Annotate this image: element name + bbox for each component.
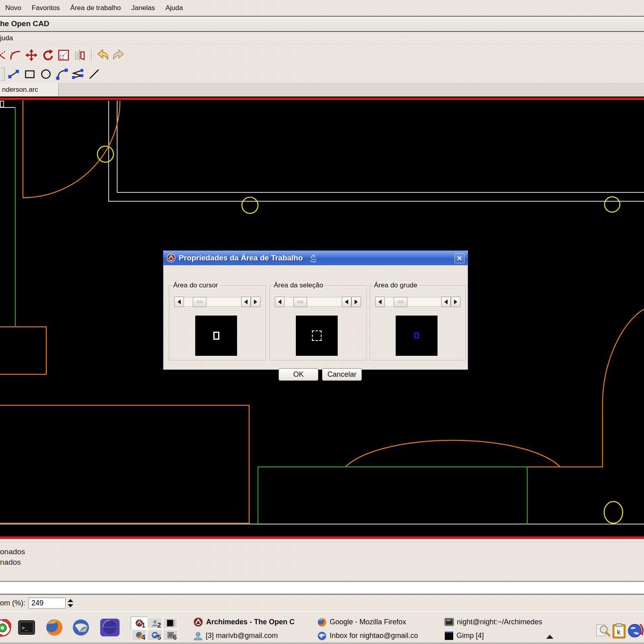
thunderbird-icon	[317, 631, 327, 641]
window-title: he Open CAD	[0, 19, 49, 28]
taskbar-button-label: Inbox for nightao@gmail.co	[330, 632, 418, 640]
sphere-launcher-icon[interactable]	[100, 618, 120, 638]
status-line-2: nados	[0, 557, 644, 568]
status-line-1: onados	[0, 547, 644, 557]
fillet-tool-icon[interactable]	[7, 47, 23, 63]
taskbar-button-firefox[interactable]: Google - Mozilla Firefox	[317, 616, 442, 628]
taskbar-button-label: Google - Mozilla Firefox	[330, 618, 406, 626]
taskbar-button-gimp[interactable]: Gimp [4]	[444, 630, 529, 642]
polyline-tool-icon[interactable]	[70, 66, 86, 82]
ok-button[interactable]: OK	[279, 368, 318, 381]
window-mini-icon	[166, 619, 175, 627]
terminal-launcher-icon[interactable]: >_	[18, 620, 35, 638]
scrollbar-track[interactable]	[285, 297, 342, 307]
taskbar-button-archimedes[interactable]: Archimedes - The Open C	[193, 616, 314, 628]
trim-tool-icon[interactable]	[0, 47, 7, 63]
scroll-left-button-2[interactable]	[441, 297, 451, 307]
dialog-title-bar[interactable]: Propriedades da Área de Trabalho	[163, 251, 468, 265]
thunderbird-launcher-icon[interactable]	[72, 618, 90, 638]
arc-tool-icon[interactable]	[54, 66, 70, 82]
window-title-bar[interactable]: he Open CAD	[0, 17, 644, 31]
tray-globe-icon[interactable]	[626, 622, 644, 641]
menu-item-janelas[interactable]: Janelas	[131, 4, 155, 12]
menu-item-ajuda-clipped[interactable]: juda	[0, 34, 13, 42]
scroll-left-button[interactable]	[174, 297, 184, 307]
undo-icon[interactable]	[95, 47, 111, 63]
rotate-tool-icon[interactable]	[39, 47, 56, 63]
zoom-percent-input[interactable]	[29, 598, 66, 609]
pager-number: 1	[142, 622, 145, 629]
scroll-right-button[interactable]	[451, 297, 460, 307]
command-line-input[interactable]	[0, 582, 644, 594]
clipped-tool-button[interactable]	[0, 66, 6, 82]
pager-number: 5	[157, 634, 161, 641]
snap-size-scrollbar[interactable]	[375, 296, 460, 307]
scroll-left-button-2[interactable]	[241, 297, 251, 307]
scale-tool-icon[interactable]	[56, 47, 72, 63]
scrollbar-track[interactable]	[385, 297, 441, 307]
left-arrow-icon	[244, 299, 248, 304]
circle-tool-icon[interactable]	[38, 66, 54, 82]
scrollbar-thumb[interactable]	[193, 297, 206, 307]
cursor-size-scrollbar[interactable]	[174, 296, 260, 307]
snap-blue-marker	[414, 332, 419, 339]
firefox-icon	[317, 617, 327, 627]
right-arrow-icon	[454, 299, 457, 304]
group-snap-area: Área do grude	[370, 285, 466, 360]
edit-toolbar	[0, 45, 644, 65]
menu-item-novo[interactable]: Novo	[5, 4, 21, 12]
pager-cell-contact[interactable]: 2	[147, 617, 163, 629]
mirror-tool-icon[interactable]	[72, 47, 88, 63]
tray-klipper-icon[interactable]: k	[612, 623, 626, 640]
gimp-window-icon	[444, 631, 454, 640]
door-arc-top-left	[23, 101, 120, 198]
pager-cell-window[interactable]	[163, 617, 178, 629]
status-message-area: onados nados	[0, 543, 644, 581]
firefox-launcher-icon[interactable]	[45, 618, 64, 638]
redo-icon[interactable]	[111, 47, 127, 63]
left-arrow-icon	[444, 299, 448, 304]
scrollbar-thumb[interactable]	[293, 297, 307, 307]
menu-item-ajuda[interactable]: Ajuda	[165, 4, 183, 12]
group-cursor-area: Área do cursor	[169, 285, 266, 360]
close-icon	[457, 256, 462, 261]
group-cursor-label: Área do cursor	[171, 281, 220, 289]
pager-cell-firefox[interactable]: 4	[131, 629, 147, 641]
taskbar-button-terminal[interactable]: night@night:~/Archimedes	[444, 616, 565, 628]
panel-expand-arrow-icon[interactable]	[546, 635, 553, 639]
pager-cell-gray[interactable]: 6	[163, 629, 178, 641]
selection-size-scrollbar[interactable]	[275, 296, 361, 307]
scroll-left-button[interactable]	[275, 297, 285, 307]
scrollbar-track[interactable]	[184, 297, 241, 307]
pager-number: 6	[173, 634, 177, 641]
pager-cell-thunderbird[interactable]: 5	[147, 629, 163, 641]
help-lifesaver-icon[interactable]	[0, 619, 11, 638]
door-arc-bottom-right	[603, 309, 644, 404]
scroll-right-button[interactable]	[251, 297, 260, 307]
step-up-icon	[68, 599, 73, 602]
scroll-left-button-2[interactable]	[342, 297, 351, 307]
tray-search-icon[interactable]	[595, 622, 611, 640]
taskbar-button-inbox[interactable]: Inbox for nightao@gmail.co	[317, 630, 442, 642]
scroll-right-button[interactable]	[351, 297, 361, 307]
left-arrow-icon	[178, 299, 181, 304]
menu-item-area-de-trabalho[interactable]: Área de trabalho	[70, 4, 121, 12]
pager-cell-archimedes[interactable]: 1	[131, 617, 147, 629]
cad-red-top-line	[0, 98, 644, 100]
infinite-line-tool-icon[interactable]	[86, 66, 102, 82]
zoom-stepper[interactable]	[68, 599, 73, 607]
dialog-close-button[interactable]	[454, 253, 464, 263]
line-tool-icon[interactable]	[6, 66, 22, 82]
archimedes-logo-icon	[167, 254, 175, 262]
menu-item-favoritos[interactable]: Favoritos	[32, 4, 60, 12]
cancel-button[interactable]: Cancelar	[322, 368, 362, 381]
tab-drawing-file[interactable]: nderson.arc	[0, 83, 59, 96]
terminal-icon	[444, 618, 454, 627]
move-tool-icon[interactable]	[23, 47, 39, 63]
scrollbar-thumb[interactable]	[394, 297, 407, 307]
rectangle-tool-icon[interactable]	[22, 66, 38, 82]
taskbar-button-mail-contact[interactable]: [3] marivb@gmail.com	[193, 630, 314, 642]
taskbar-button-label: [3] marivb@gmail.com	[206, 632, 278, 640]
window-pager: 1 2 4 5	[131, 617, 178, 641]
scroll-left-button[interactable]	[375, 297, 385, 307]
